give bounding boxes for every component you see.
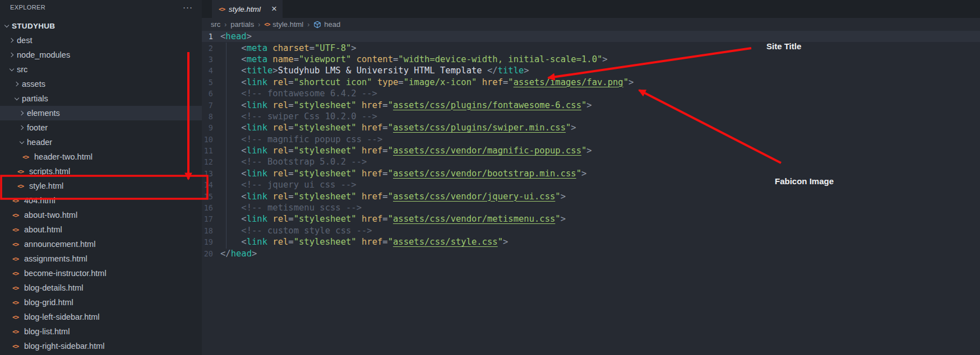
tree-item-label: blog-right-sidebar.html bbox=[24, 342, 104, 351]
code-line-15[interactable]: 15 <link rel="stylesheet" href="assets/c… bbox=[202, 190, 980, 202]
line-number: 3 bbox=[202, 55, 213, 64]
code-text: <link rel="stylesheet" href="assets/css/… bbox=[213, 100, 592, 110]
tree-item-label: scripts.html bbox=[29, 167, 70, 176]
line-number: 18 bbox=[202, 226, 213, 235]
code-line-12[interactable]: 12 <!-- Bootstrap 5.0.2 --> bbox=[202, 156, 980, 167]
code-line-11[interactable]: 11 <link rel="stylesheet" href="assets/c… bbox=[202, 145, 980, 156]
tree-file-about.html[interactable]: <>about.html bbox=[0, 222, 202, 237]
tree-file-become-instructor.html[interactable]: <>become-instructor.html bbox=[0, 266, 202, 281]
tree-item-label: header bbox=[26, 138, 52, 147]
tree-item-label: dest bbox=[16, 36, 32, 45]
code-line-1[interactable]: 1<head> bbox=[202, 31, 980, 42]
line-number: 19 bbox=[202, 237, 213, 246]
tree-file-assignments.html[interactable]: <>assignments.html bbox=[0, 251, 202, 266]
code-text: <!-- swiper Css 10.2.0 --> bbox=[213, 111, 377, 122]
line-number: 14 bbox=[202, 180, 213, 189]
code-line-4[interactable]: 4 <title>Studyhub LMS & University HTML … bbox=[202, 65, 980, 76]
line-number: 2 bbox=[202, 44, 213, 53]
html-file-icon: <> bbox=[12, 270, 24, 277]
code-editor: 1<head>2 <meta charset="UTF-8">3 <meta n… bbox=[202, 31, 980, 259]
tree-file-blog-grid.html[interactable]: <>blog-grid.html bbox=[0, 295, 202, 310]
tree-file-header-two.html[interactable]: <>header-two.html bbox=[0, 150, 202, 164]
tree-file-blog-details.html[interactable]: <>blog-details.html bbox=[0, 281, 202, 295]
code-line-3[interactable]: 3 <meta name="viewport" content="width=d… bbox=[202, 54, 980, 65]
html-file-icon: <> bbox=[12, 255, 24, 263]
tree-folder-src[interactable]: src bbox=[0, 62, 202, 77]
tree-folder-elements[interactable]: elements bbox=[0, 106, 202, 120]
line-number: 13 bbox=[202, 169, 213, 178]
code-line-8[interactable]: 8 <!-- swiper Css 10.2.0 --> bbox=[202, 111, 980, 122]
code-line-17[interactable]: 17 <link rel="stylesheet" href="assets/c… bbox=[202, 213, 980, 225]
tree-item-label: blog-left-sidebar.html bbox=[24, 312, 100, 321]
tree-file-blog-right-sidebar.html[interactable]: <>blog-right-sidebar.html bbox=[0, 339, 202, 353]
code-line-14[interactable]: 14 <!-- jquery ui css --> bbox=[202, 179, 980, 190]
code-line-5[interactable]: 5 <link rel="shortcut icon" type="image/… bbox=[202, 77, 980, 88]
code-text: <link rel="stylesheet" href="assets/css/… bbox=[213, 191, 566, 202]
code-line-20[interactable]: 20</head> bbox=[202, 247, 980, 259]
tree-folder-node_modules[interactable]: node_modules bbox=[0, 48, 202, 62]
html-file-icon: <> bbox=[12, 314, 24, 321]
line-number: 8 bbox=[202, 112, 213, 121]
chevron-right-icon: › bbox=[258, 21, 260, 29]
close-icon[interactable]: × bbox=[268, 5, 277, 13]
tree-file-style.html[interactable]: <>style.html bbox=[0, 179, 202, 193]
breadcrumb: src › partials › <> style.html › head bbox=[202, 18, 980, 31]
html-file-icon: <> bbox=[12, 284, 24, 292]
code-line-2[interactable]: 2 <meta charset="UTF-8"> bbox=[202, 42, 980, 53]
tree-file-announcement.html[interactable]: <>announcement.html bbox=[0, 237, 202, 251]
code-text: <title>Studyhub LMS & University HTML Te… bbox=[213, 66, 529, 76]
code-line-10[interactable]: 10 <!-- magnific popup css --> bbox=[202, 134, 980, 145]
line-number: 12 bbox=[202, 157, 213, 166]
tree-item-label: blog-list.html bbox=[24, 327, 70, 336]
breadcrumb-partials[interactable]: partials bbox=[230, 20, 254, 29]
line-number: 11 bbox=[202, 146, 213, 155]
tree-file-blog-left-sidebar.html[interactable]: <>blog-left-sidebar.html bbox=[0, 310, 202, 324]
line-number: 4 bbox=[202, 66, 213, 75]
html-file-icon: <> bbox=[22, 153, 34, 161]
code-line-6[interactable]: 6 <!-- fontawesome 6.4.2 --> bbox=[202, 88, 980, 99]
tree-folder-assets[interactable]: assets bbox=[0, 77, 202, 91]
chevron-right-icon: › bbox=[224, 21, 226, 29]
tree-item-label: about.html bbox=[24, 225, 62, 234]
tree-folder-header[interactable]: header bbox=[0, 135, 202, 150]
tree-item-label: footer bbox=[26, 123, 48, 132]
code-line-19[interactable]: 19 <link rel="stylesheet" href="assets/c… bbox=[202, 236, 980, 247]
tree-file-scripts.html[interactable]: <>scripts.html bbox=[0, 164, 202, 179]
code-line-13[interactable]: 13 <link rel="stylesheet" href="assets/c… bbox=[202, 168, 980, 179]
code-line-9[interactable]: 9 <link rel="stylesheet" href="assets/cs… bbox=[202, 122, 980, 133]
line-number: 20 bbox=[202, 249, 213, 258]
explorer-header: EXPLORER ··· bbox=[0, 0, 202, 15]
code-text: <!-- Bootstrap 5.0.2 --> bbox=[213, 157, 367, 167]
chevron-right-icon: › bbox=[307, 21, 309, 29]
code-text: <link rel="shortcut icon" type="image/x-… bbox=[213, 77, 634, 87]
tree-folder-dest[interactable]: dest bbox=[0, 33, 202, 48]
code-lines: 1<head>2 <meta charset="UTF-8">3 <meta n… bbox=[202, 31, 980, 259]
breadcrumb-src[interactable]: src bbox=[211, 20, 220, 29]
chevron-down-icon bbox=[17, 142, 26, 143]
code-line-18[interactable]: 18 <!-- custom style css --> bbox=[202, 225, 980, 236]
chevron-down-icon bbox=[7, 69, 16, 71]
tree-file-404.html[interactable]: <>404.html bbox=[0, 193, 202, 208]
breadcrumb-head[interactable]: head bbox=[313, 20, 340, 29]
code-line-16[interactable]: 16 <!-- metismenu scss --> bbox=[202, 202, 980, 213]
tree-file-blog-list.html[interactable]: <>blog-list.html bbox=[0, 324, 202, 339]
tree-folder-partials[interactable]: partials bbox=[0, 91, 202, 106]
code-line-7[interactable]: 7 <link rel="stylesheet" href="assets/cs… bbox=[202, 99, 980, 110]
vscode-window: EXPLORER ··· STUDYHUBdestnode_modulessrc… bbox=[0, 0, 980, 355]
html-file-icon: <> bbox=[12, 328, 24, 335]
html-file-icon: <> bbox=[264, 21, 270, 27]
html-file-icon: <> bbox=[219, 6, 229, 13]
html-file-icon: <> bbox=[12, 299, 24, 306]
tree-folder-STUDYHUB[interactable]: STUDYHUB bbox=[0, 18, 202, 33]
line-number: 1 bbox=[202, 32, 213, 41]
explorer-title: EXPLORER bbox=[10, 4, 45, 11]
more-actions-icon[interactable]: ··· bbox=[183, 4, 193, 10]
tree-file-about-two.html[interactable]: <>about-two.html bbox=[0, 208, 202, 222]
html-file-icon: <> bbox=[12, 212, 24, 219]
line-number: 7 bbox=[202, 101, 213, 110]
tree-folder-footer[interactable]: footer bbox=[0, 120, 202, 135]
chevron-right-icon bbox=[7, 53, 16, 57]
breadcrumb-style-html[interactable]: <> style.html bbox=[264, 20, 303, 29]
tab-style-html[interactable]: <> style.html × bbox=[212, 0, 283, 18]
code-text: <head> bbox=[213, 31, 252, 41]
